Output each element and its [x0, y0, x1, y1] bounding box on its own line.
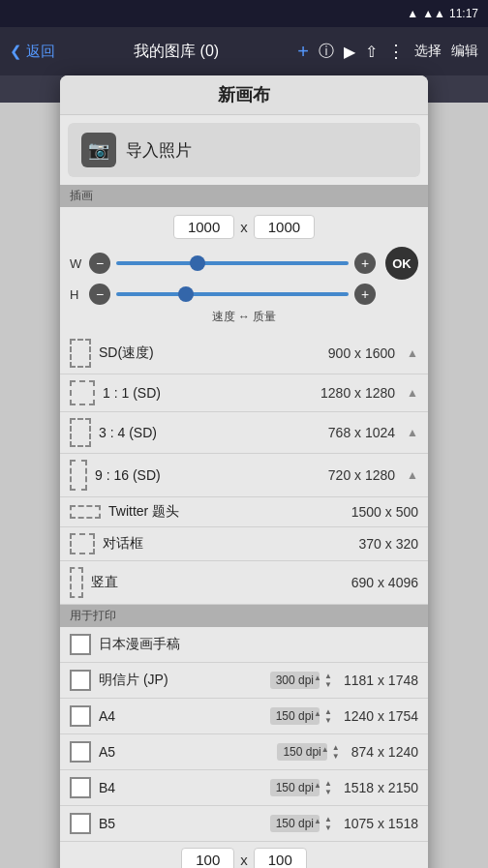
width-slider-row: W − + OK — [70, 247, 418, 280]
preset-name-vertical: 竖直 — [91, 574, 344, 591]
dpi-arrows[interactable]: ▲▼ — [324, 672, 332, 689]
height-minus-button[interactable]: − — [89, 284, 110, 305]
print-item[interactable]: 日本漫画手稿 — [60, 627, 428, 663]
wifi-icon: ▲ — [407, 7, 418, 20]
h-label: H — [70, 287, 83, 302]
postcard-checkbox[interactable] — [70, 670, 91, 691]
status-icons: ▲ ▲▲ 11:17 — [407, 7, 478, 20]
camera-symbol: 📷 — [88, 139, 109, 161]
dpi-arrows-b4[interactable]: ▲▼ — [324, 779, 332, 796]
manga-checkbox[interactable] — [70, 634, 91, 655]
play-button[interactable]: ▶ — [344, 43, 355, 61]
height-plus-button[interactable]: + — [354, 284, 376, 305]
preset-item[interactable]: 对话框 370 x 320 — [60, 527, 428, 561]
print-section: 日本漫画手稿 明信片 (JP) 300 dpi ▲▼ 1181 x 1748 A… — [60, 627, 428, 868]
b5-dpi[interactable]: 150 dpi — [270, 815, 320, 832]
preset-item[interactable]: 1 : 1 (SD) 1280 x 1280 ▲ — [60, 374, 428, 412]
width-thumb — [190, 255, 205, 271]
postcard-dpi[interactable]: 300 dpi — [270, 672, 320, 689]
size-display: 1000 x 1000 — [70, 215, 418, 239]
bottom-x-label: x — [240, 852, 248, 868]
a5-dpi-selector: 150 dpi ▲▼ — [277, 743, 339, 761]
print-item[interactable]: A4 150 dpi ▲▼ 1240 x 1754 — [60, 699, 428, 734]
size-x-label: x — [240, 219, 248, 235]
print-item[interactable]: B4 150 dpi ▲▼ 1518 x 2150 — [60, 770, 428, 806]
width-minus-button[interactable]: − — [89, 253, 110, 274]
more-button[interactable]: ⋮ — [387, 41, 405, 62]
canvas-controls: 1000 x 1000 W − + OK H − + 速度 ↔ 质量 — [60, 207, 428, 333]
nav-bar: ❮ 返回 我的图库 (0) + ⓘ ▶ ⇧ ⋮ 选择 编辑 — [0, 27, 488, 75]
preset-icon-3-4 — [70, 418, 91, 447]
import-label: 导入照片 — [126, 139, 192, 162]
preset-item[interactable]: Twitter 题头 1500 x 500 — [60, 497, 428, 527]
a5-dpi[interactable]: 150 dpi — [277, 743, 326, 761]
b4-size: 1518 x 2150 — [344, 780, 418, 795]
height-thumb — [178, 286, 194, 302]
print-name-a5: A5 — [99, 744, 269, 760]
preset-item[interactable]: SD(速度) 900 x 1600 ▲ — [60, 333, 428, 374]
b5-size: 1075 x 1518 — [344, 816, 418, 831]
new-canvas-modal: 新画布 📷 导入照片 插画 1000 x 1000 W − + OK H − — [60, 75, 428, 868]
print-name-postcard: 明信片 (JP) — [99, 672, 262, 689]
b4-checkbox[interactable] — [70, 777, 91, 798]
info-button[interactable]: ⓘ — [319, 42, 334, 62]
a4-size: 1240 x 1754 — [344, 708, 418, 724]
print-name-b4: B4 — [99, 780, 262, 795]
preset-item[interactable]: 3 : 4 (SD) 768 x 1024 ▲ — [60, 412, 428, 454]
preset-arrow-sd: ▲ — [407, 346, 418, 360]
preset-item[interactable]: 竖直 690 x 4096 — [60, 561, 428, 605]
print-item[interactable]: B5 150 dpi ▲▼ 1075 x 1518 — [60, 806, 428, 842]
preset-name-twitter: Twitter 题头 — [108, 503, 344, 521]
height-value[interactable]: 1000 — [254, 215, 315, 239]
camera-icon: 📷 — [81, 133, 116, 167]
bottom-size-row: 100 x 100 — [70, 848, 418, 868]
b5-dpi-selector: 150 dpi ▲▼ — [270, 815, 332, 832]
a5-checkbox[interactable] — [70, 741, 91, 763]
width-plus-button[interactable]: + — [354, 253, 376, 274]
preset-arrow-1-1: ▲ — [407, 386, 418, 400]
add-button[interactable]: + — [297, 41, 309, 63]
canvas-section-label: 插画 — [60, 185, 428, 207]
share-button[interactable]: ⇧ — [365, 43, 378, 61]
edit-button[interactable]: 编辑 — [451, 43, 478, 60]
a4-dpi[interactable]: 150 dpi — [270, 707, 320, 725]
print-item[interactable]: A5 150 dpi ▲▼ 874 x 1240 — [60, 734, 428, 770]
nav-actions: + ⓘ ▶ ⇧ ⋮ 选择 编辑 — [297, 41, 478, 63]
postcard-dpi-selector: 300 dpi ▲▼ — [270, 672, 332, 689]
print-item[interactable]: 明信片 (JP) 300 dpi ▲▼ 1181 x 1748 — [60, 663, 428, 699]
width-value[interactable]: 1000 — [173, 215, 234, 239]
preset-item[interactable]: 9 : 16 (SD) 720 x 1280 ▲ — [60, 454, 428, 497]
print-name-b5: B5 — [99, 816, 262, 831]
print-name-manga: 日本漫画手稿 — [99, 636, 418, 653]
b4-dpi[interactable]: 150 dpi — [270, 779, 320, 796]
import-section[interactable]: 📷 导入照片 — [68, 123, 420, 177]
postcard-size: 1181 x 1748 — [344, 673, 418, 688]
bottom-height-value[interactable]: 100 — [254, 848, 307, 868]
b4-dpi-selector: 150 dpi ▲▼ — [270, 779, 332, 796]
a4-checkbox[interactable] — [70, 705, 91, 727]
nav-title: 我的图库 (0) — [55, 42, 297, 62]
back-label: 返回 — [26, 43, 55, 61]
preset-size-3-4: 768 x 1024 — [328, 425, 395, 440]
dpi-arrows-b5[interactable]: ▲▼ — [324, 815, 332, 832]
preset-icon-sd — [70, 339, 91, 368]
dpi-arrows-a5[interactable]: ▲▼ — [332, 743, 340, 761]
preset-icon-twitter — [70, 505, 101, 519]
back-arrow-icon: ❮ — [10, 43, 22, 60]
height-slider-row: H − + — [70, 284, 418, 305]
height-slider[interactable] — [116, 292, 349, 296]
width-slider[interactable] — [116, 261, 349, 265]
status-bar: ▲ ▲▲ 11:17 — [0, 0, 488, 27]
dpi-arrows-a4[interactable]: ▲▼ — [324, 707, 332, 725]
select-button[interactable]: 选择 — [414, 43, 442, 60]
b5-checkbox[interactable] — [70, 813, 91, 834]
preset-list: SD(速度) 900 x 1600 ▲ 1 : 1 (SD) 1280 x 12… — [60, 333, 428, 605]
preset-icon-1-1 — [70, 380, 95, 405]
canvas-ok-button[interactable]: OK — [385, 247, 418, 280]
back-button[interactable]: ❮ 返回 — [10, 43, 55, 61]
preset-name-3-4: 3 : 4 (SD) — [99, 425, 320, 440]
print-section-label: 用于打印 — [60, 605, 428, 627]
preset-icon-9-16 — [70, 460, 87, 491]
bottom-width-value[interactable]: 100 — [181, 848, 234, 868]
preset-name-9-16: 9 : 16 (SD) — [95, 467, 320, 483]
